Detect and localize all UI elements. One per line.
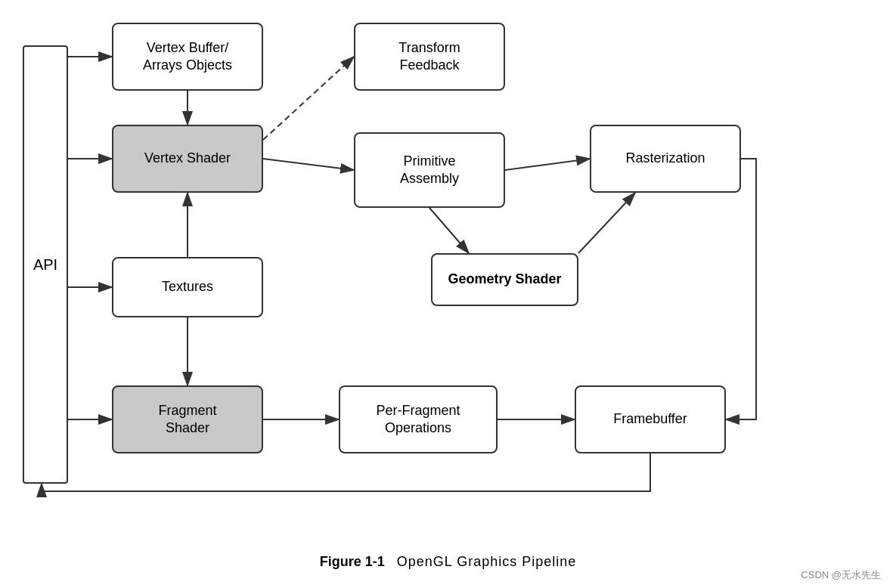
api-label: API xyxy=(33,256,57,274)
svg-line-5 xyxy=(263,159,354,170)
vertex-buffer-box: Vertex Buffer/Arrays Objects xyxy=(112,23,263,91)
primitive-assembly-label: PrimitiveAssembly xyxy=(400,153,459,188)
framebuffer-box: Framebuffer xyxy=(575,385,726,453)
vertex-shader-box: Vertex Shader xyxy=(112,125,263,193)
textures-label: Textures xyxy=(162,278,213,296)
svg-line-15 xyxy=(578,193,635,253)
rasterization-label: Rasterization xyxy=(625,150,705,167)
svg-line-14 xyxy=(429,208,469,253)
fragment-shader-box: FragmentShader xyxy=(112,385,263,453)
svg-line-7 xyxy=(505,159,590,170)
rasterization-box: Rasterization xyxy=(590,125,741,193)
framebuffer-label: Framebuffer xyxy=(613,410,687,428)
figure-caption: Figure 1-1 OpenGL Graphics Pipeline xyxy=(0,543,896,580)
transform-feedback-label: TransformFeedback xyxy=(398,39,460,75)
per-fragment-box: Per-FragmentOperations xyxy=(339,385,498,453)
diagram-container: API Vertex Buffer/Arrays Objects Transfo… xyxy=(0,0,896,544)
vertex-buffer-label: Vertex Buffer/Arrays Objects xyxy=(143,39,232,75)
transform-feedback-box: TransformFeedback xyxy=(354,23,505,91)
watermark-label: CSDN @无水先生 xyxy=(801,568,881,582)
figure-label: Figure 1-1 xyxy=(320,554,385,570)
primitive-assembly-box: PrimitiveAssembly xyxy=(354,132,505,208)
svg-line-6 xyxy=(263,57,354,140)
vertex-shader-label: Vertex Shader xyxy=(144,150,231,167)
figure-title: OpenGL Graphics Pipeline xyxy=(397,554,576,570)
per-fragment-label: Per-FragmentOperations xyxy=(376,402,460,438)
geometry-shader-label: Geometry Shader xyxy=(448,271,561,288)
textures-box: Textures xyxy=(112,257,263,317)
geometry-shader-box: Geometry Shader xyxy=(431,253,578,306)
fragment-shader-label: FragmentShader xyxy=(158,402,216,438)
api-box: API xyxy=(23,45,68,484)
